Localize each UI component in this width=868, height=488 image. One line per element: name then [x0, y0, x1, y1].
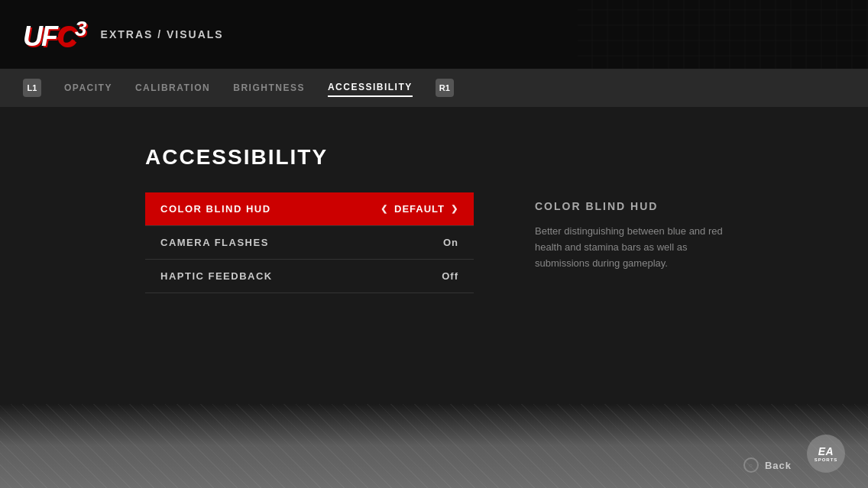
page-title: ACCESSIBILITY: [145, 145, 723, 170]
footer: ○ Back EA SPORTS: [0, 404, 868, 488]
logo-text: UFC3: [23, 17, 86, 53]
back-button[interactable]: ○ Back: [743, 457, 792, 473]
r1-button[interactable]: R1: [436, 79, 454, 97]
setting-label-color-blind-hud: COLOR BLIND HUD: [160, 203, 271, 215]
info-panel: COLOR BLIND HUD Better distinguishing be…: [535, 192, 723, 293]
setting-label-camera-flashes: CAMERA FLASHES: [160, 237, 269, 248]
circle-icon: ○: [743, 457, 759, 473]
tab-calibration[interactable]: CALIBRATION: [135, 79, 210, 96]
back-label: Back: [765, 460, 792, 471]
setting-value-haptic-feedback: Off: [442, 270, 458, 282]
ea-sports-text: SPORTS: [815, 457, 838, 462]
ufc-logo: UFC3: [23, 17, 86, 53]
left-arrow-icon: ❮: [381, 204, 388, 214]
main-content: ACCESSIBILITY COLOR BLIND HUD ❮ DEFAULT …: [0, 107, 868, 331]
right-arrow-icon: ❯: [451, 204, 458, 214]
info-panel-title: COLOR BLIND HUD: [535, 200, 723, 212]
info-panel-description: Better distinguishing between blue and r…: [535, 224, 723, 271]
tab-brightness[interactable]: BRIGHTNESS: [233, 79, 305, 96]
setting-value-color-blind-hud: ❮ DEFAULT ❯: [381, 203, 458, 215]
nav-bar: L1 OPACITY CALIBRATION BRIGHTNESS ACCESS…: [0, 69, 868, 107]
header: UFC3 EXTRAS / VISUALS: [0, 0, 868, 69]
settings-layout: COLOR BLIND HUD ❮ DEFAULT ❯ CAMERA FLASH…: [145, 192, 723, 293]
tab-opacity[interactable]: OPACITY: [64, 79, 112, 96]
setting-value-camera-flashes: On: [443, 237, 458, 248]
setting-row-haptic-feedback[interactable]: HAPTIC FEEDBACK Off: [145, 260, 474, 293]
ea-sports-logo: EA SPORTS: [807, 435, 845, 473]
breadcrumb: EXTRAS / VISUALS: [101, 28, 224, 40]
settings-list: COLOR BLIND HUD ❮ DEFAULT ❯ CAMERA FLASH…: [145, 192, 474, 293]
setting-label-haptic-feedback: HAPTIC FEEDBACK: [160, 270, 273, 282]
color-blind-hud-value: DEFAULT: [394, 203, 445, 215]
l1-button[interactable]: L1: [23, 79, 41, 97]
setting-row-camera-flashes[interactable]: CAMERA FLASHES On: [145, 226, 474, 260]
ea-logo-text: EA: [818, 445, 834, 457]
setting-row-color-blind-hud[interactable]: COLOR BLIND HUD ❮ DEFAULT ❯: [145, 192, 474, 226]
tab-accessibility[interactable]: ACCESSIBILITY: [328, 79, 413, 97]
